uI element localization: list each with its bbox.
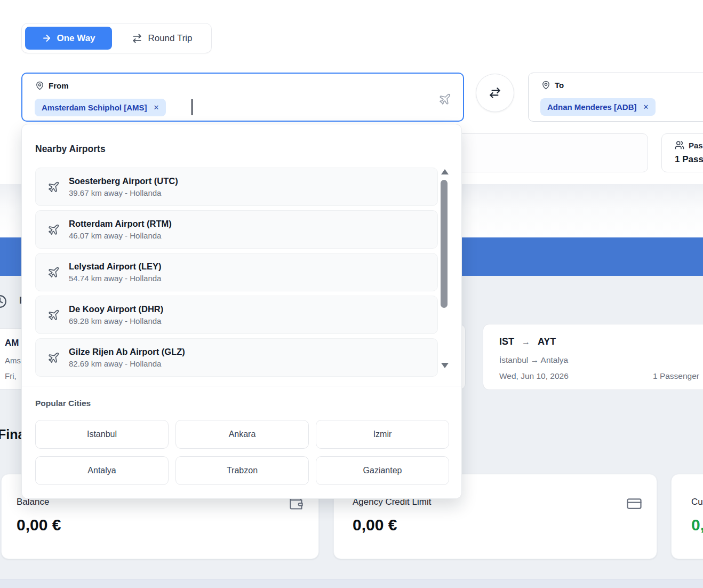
plane-icon [438, 93, 451, 106]
airport-option[interactable]: De Kooy Airport (DHR) 69.28 km away - Ho… [35, 296, 438, 334]
flight-search-page: One Way Round Trip From Amsterdam Schiph… [0, 0, 703, 588]
airport-option[interactable]: Soesterberg Airport (UTC) 39.67 km away … [35, 168, 438, 206]
recent-route-date: Wed, Jun 10, 2026 [499, 371, 569, 381]
scroll-down-icon[interactable] [441, 363, 449, 368]
arrow-right-icon: → [522, 337, 530, 347]
one-way-button[interactable]: One Way [25, 27, 112, 50]
airport-distance: 39.67 km away - Hollanda [69, 188, 178, 197]
credit-card-icon [626, 496, 642, 512]
to-chip-label: Adnan Menderes [ADB] [547, 102, 637, 112]
origin-code: IST [499, 336, 514, 347]
city-button-ankara[interactable]: Ankara [175, 420, 309, 449]
airport-distance: 46.07 km away - Hollanda [69, 231, 172, 240]
from-chip-label: Amsterdam Schiphol [AMS] [42, 103, 147, 112]
recent-route-passengers: 1 Passenger [653, 371, 699, 381]
agency-credit-value: 0,00 € [353, 516, 397, 534]
plane-icon [47, 224, 60, 236]
city-button-istanbul[interactable]: Istanbul [35, 420, 169, 449]
swap-arrows-icon [488, 86, 502, 100]
airport-name: Soesterberg Airport (UTC) [69, 176, 178, 186]
city-button-antalya[interactable]: Antalya [35, 456, 169, 485]
popular-cities-title: Popular Cities [35, 399, 91, 408]
recent-route-meta: Wed, Jun 10, 2026 1 Passenger [499, 371, 699, 381]
swap-arrows-icon [132, 33, 142, 44]
airport-name: Rotterdam Airport (RTM) [69, 219, 172, 229]
map-pin-icon [35, 81, 44, 90]
text-cursor [191, 99, 193, 115]
one-way-label: One Way [57, 33, 95, 44]
scroll-up-icon[interactable] [441, 169, 449, 174]
passengers-label-row: Pas [675, 140, 703, 150]
city-button-gaziantep[interactable]: Gaziantep [316, 456, 449, 485]
list-scrollbar[interactable] [440, 169, 450, 375]
balance-value: 0,00 € [17, 516, 61, 534]
destination-code: AYT [538, 336, 556, 347]
to-airport-chip[interactable]: Adnan Menderes [ADB] ✕ [540, 98, 656, 116]
airport-option[interactable]: Lelystad Airport (LEY) 54.74 km away - H… [35, 253, 438, 291]
plane-icon [47, 309, 60, 321]
popular-cities-grid: Istanbul Ankara Izmir Antalya Trabzon Ga… [35, 420, 449, 485]
passengers-label: Pas [689, 141, 703, 150]
nearby-airports-title: Nearby Airports [35, 144, 106, 155]
plane-icon [47, 266, 60, 279]
users-icon [675, 140, 684, 150]
plane-icon [47, 352, 60, 364]
airport-option[interactable]: Gilze Rijen Ab Airport (GLZ) 82.69 km aw… [35, 338, 438, 377]
city-button-izmir[interactable]: Izmir [316, 420, 449, 449]
divider [22, 386, 461, 386]
scrollbar-thumb[interactable] [441, 180, 448, 308]
from-label-row: From [35, 81, 69, 90]
close-icon[interactable]: ✕ [154, 104, 159, 112]
from-airport-chip[interactable]: Amsterdam Schiphol [AMS] ✕ [35, 99, 166, 116]
currency-card: Cu 0, [671, 474, 703, 559]
close-icon[interactable]: ✕ [643, 103, 649, 111]
airport-distance: 54.74 km away - Hollanda [69, 274, 162, 283]
airport-option[interactable]: Rotterdam Airport (RTM) 46.07 km away - … [35, 210, 438, 249]
airport-name: De Kooy Airport (DHR) [69, 304, 163, 314]
recent-route-cities: İstanbul → Antalya [499, 355, 568, 365]
airport-name: Lelystad Airport (LEY) [69, 261, 162, 272]
round-trip-label: Round Trip [148, 33, 192, 44]
passengers-field[interactable]: Pas 1 Pass [661, 133, 703, 172]
to-label-row: To [541, 81, 564, 90]
airport-name: Gilze Rijen Ab Airport (GLZ) [69, 347, 185, 357]
recent-route-codes: AM [5, 338, 19, 348]
recent-route-date: Fri, [5, 371, 17, 380]
recent-route-codes: IST → AYT [499, 336, 556, 347]
airport-suggestions-dropdown: Nearby Airports Soesterberg Airport (UTC… [21, 124, 462, 499]
swap-route-button[interactable] [476, 74, 514, 112]
plane-icon [47, 181, 60, 193]
to-label: To [555, 81, 564, 90]
airport-distance: 69.28 km away - Hollanda [69, 316, 163, 325]
from-field[interactable]: From Amsterdam Schiphol [AMS] ✕ [21, 73, 464, 122]
map-pin-icon [541, 81, 550, 90]
arrow-right-icon [42, 33, 52, 43]
clock-icon [0, 295, 7, 308]
footer-strip [0, 579, 703, 588]
recent-search-card[interactable]: IST → AYT İstanbul → Antalya Wed, Jun 10… [483, 324, 703, 390]
recent-route-cities: Ams [5, 356, 21, 365]
round-trip-button[interactable]: Round Trip [116, 27, 208, 50]
city-button-trabzon[interactable]: Trabzon [175, 456, 309, 485]
currency-label: Cu [691, 497, 703, 507]
airport-distance: 82.69 km away - Hollanda [69, 359, 185, 368]
to-field[interactable]: To Adnan Menderes [ADB] ✕ [528, 73, 703, 122]
from-label: From [49, 81, 69, 90]
currency-value: 0, [691, 516, 703, 534]
passengers-value: 1 Pass [675, 154, 703, 165]
